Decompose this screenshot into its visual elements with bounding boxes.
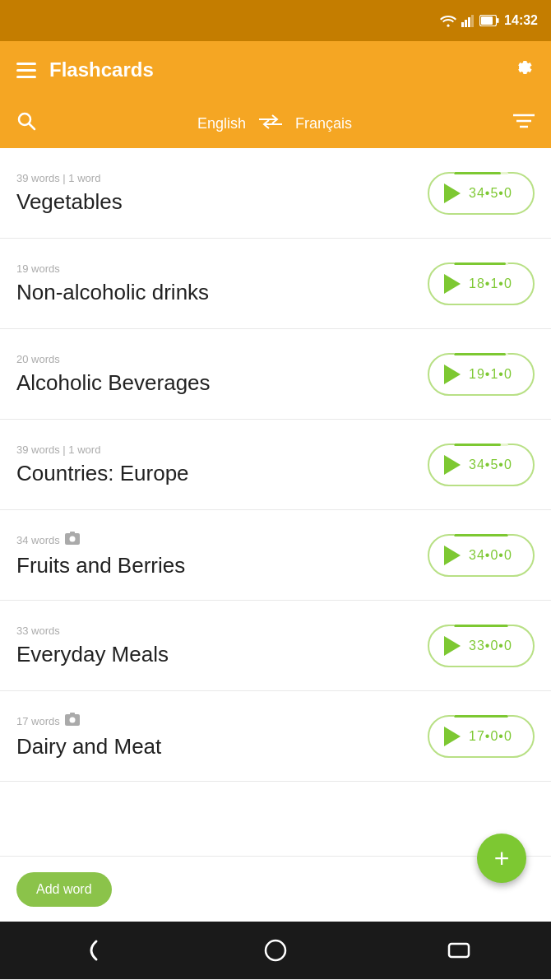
item-meta: 39 words | 1 word xyxy=(16,444,428,456)
play-button[interactable]: 17•0•0 xyxy=(428,715,535,758)
source-language: English xyxy=(197,115,246,132)
recent-button[interactable] xyxy=(434,926,484,975)
photo-icon xyxy=(65,532,80,548)
progress-bar xyxy=(454,172,508,174)
item-meta: 34 words xyxy=(16,532,428,548)
play-button[interactable]: 34•0•0 xyxy=(428,534,535,577)
language-pair[interactable]: English Français xyxy=(46,114,503,133)
item-info: 17 words Dairy and Meat xyxy=(16,713,428,759)
word-count: 33 words xyxy=(16,625,60,637)
play-icon xyxy=(444,274,461,294)
filter-icon[interactable] xyxy=(513,112,535,135)
status-bar: 14:32 xyxy=(0,0,551,41)
progress-fill xyxy=(454,444,501,446)
play-button[interactable]: 33•0•0 xyxy=(428,625,535,667)
settings-button[interactable] xyxy=(512,56,535,85)
play-stats: 34•0•0 xyxy=(469,548,512,563)
svg-line-8 xyxy=(30,124,35,130)
list-item[interactable]: 33 words Everyday Meals 33•0•0 xyxy=(0,601,551,691)
play-icon xyxy=(444,546,461,565)
word-count: 17 words xyxy=(16,715,60,727)
play-stats: 33•0•0 xyxy=(469,639,512,653)
svg-rect-5 xyxy=(481,16,493,25)
svg-rect-0 xyxy=(461,22,464,27)
back-button[interactable] xyxy=(67,926,117,975)
play-button[interactable]: 18•1•0 xyxy=(428,262,535,305)
play-icon xyxy=(444,636,461,656)
bottom-bar: Add word + xyxy=(0,856,551,922)
svg-rect-19 xyxy=(70,713,75,715)
play-stats: 34•5•0 xyxy=(469,457,512,472)
add-word-button[interactable]: Add word xyxy=(16,872,112,907)
list-item[interactable]: 39 words | 1 word Vegetables 34•5•0 xyxy=(0,148,551,239)
svg-rect-3 xyxy=(471,15,474,27)
list-item[interactable]: 39 words | 1 word Countries: Europe 34•5… xyxy=(0,420,551,510)
status-time: 14:32 xyxy=(504,13,538,28)
flashcard-list: 39 words | 1 word Vegetables 34•5•0 19 w… xyxy=(0,148,551,856)
progress-fill xyxy=(454,172,501,174)
svg-point-20 xyxy=(266,941,285,960)
play-stats: 34•5•0 xyxy=(469,186,512,201)
progress-bar xyxy=(454,715,508,718)
progress-fill xyxy=(454,262,506,265)
play-button[interactable]: 34•5•0 xyxy=(428,444,535,486)
item-title: Dairy and Meat xyxy=(16,734,428,759)
word-count: 19 words xyxy=(16,262,60,275)
word-count: 39 words | 1 word xyxy=(16,172,100,184)
item-title: Non-alcoholic drinks xyxy=(16,280,428,305)
photo-icon xyxy=(65,713,80,729)
progress-fill xyxy=(454,353,506,355)
swap-language-icon[interactable] xyxy=(259,114,282,133)
svg-rect-16 xyxy=(70,532,75,534)
target-language: Français xyxy=(295,115,352,132)
home-button[interactable] xyxy=(251,926,300,975)
item-info: 34 words Fruits and Berries xyxy=(16,532,428,578)
play-icon xyxy=(444,183,461,203)
play-stats: 18•1•0 xyxy=(469,276,512,291)
menu-button[interactable] xyxy=(16,63,36,78)
play-button[interactable]: 34•5•0 xyxy=(428,172,535,215)
item-title: Fruits and Berries xyxy=(16,553,428,578)
play-icon xyxy=(444,455,461,475)
play-button[interactable]: 19•1•0 xyxy=(428,353,535,396)
item-meta: 20 words xyxy=(16,353,428,365)
top-bar: Flashcards xyxy=(0,41,551,99)
item-meta: 39 words | 1 word xyxy=(16,172,428,184)
item-info: 39 words | 1 word Vegetables xyxy=(16,172,428,215)
svg-rect-21 xyxy=(449,944,469,957)
item-info: 33 words Everyday Meals xyxy=(16,625,428,667)
progress-fill xyxy=(454,715,508,718)
item-meta: 33 words xyxy=(16,625,428,637)
list-item[interactable]: 34 words Fruits and Berries 34•0•0 xyxy=(0,510,551,601)
item-title: Everyday Meals xyxy=(16,642,428,667)
item-info: 19 words Non-alcoholic drinks xyxy=(16,262,428,305)
list-item[interactable]: 19 words Non-alcoholic drinks 18•1•0 xyxy=(0,239,551,329)
svg-rect-6 xyxy=(497,18,499,23)
item-title: Vegetables xyxy=(16,189,428,215)
progress-fill xyxy=(454,534,508,536)
item-title: Countries: Europe xyxy=(16,461,428,486)
word-count: 34 words xyxy=(16,534,60,546)
app-title: Flashcards xyxy=(49,58,154,81)
list-item[interactable]: 17 words Dairy and Meat 17•0•0 xyxy=(0,691,551,782)
svg-rect-1 xyxy=(465,20,467,27)
list-item[interactable]: 20 words Alcoholic Beverages 19•1•0 xyxy=(0,329,551,420)
play-stats: 17•0•0 xyxy=(469,729,512,744)
play-icon xyxy=(444,727,461,746)
word-count: 39 words | 1 word xyxy=(16,444,100,456)
progress-bar xyxy=(454,262,508,265)
svg-point-18 xyxy=(69,718,75,723)
svg-point-15 xyxy=(69,536,75,542)
progress-bar xyxy=(454,444,508,446)
item-info: 20 words Alcoholic Beverages xyxy=(16,353,428,396)
progress-bar xyxy=(454,534,508,536)
search-icon[interactable] xyxy=(16,111,36,136)
play-stats: 19•1•0 xyxy=(469,367,512,382)
play-icon xyxy=(444,365,461,384)
item-title: Alcoholic Beverages xyxy=(16,370,428,396)
fab-add-button[interactable]: + xyxy=(477,834,526,883)
progress-bar xyxy=(454,625,508,627)
progress-bar xyxy=(454,353,508,355)
svg-rect-2 xyxy=(468,17,470,27)
nav-bar xyxy=(0,922,551,979)
